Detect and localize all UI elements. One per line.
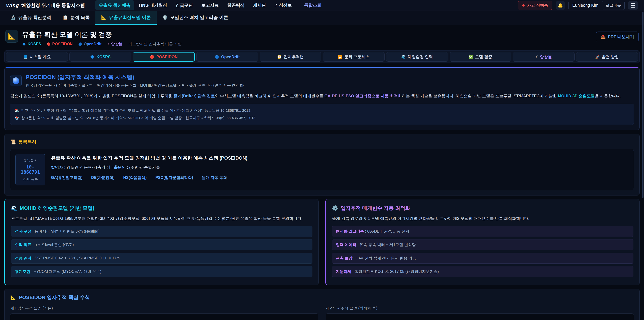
page-scrollbar[interactable] (642, 12, 644, 319)
books-icon: 📚 (15, 116, 19, 120)
badge-note: 라그랑지안 입자추적 이론 기반 (128, 42, 182, 47)
drifter-highlight: 뜰개(Drifter) 관측 경로 (174, 94, 215, 98)
algorithm-tag[interactable]: PSO(입자군집최적화) (155, 175, 193, 180)
patent-panel: 📜 등록특허 등록번호 10-1868791 2018 등록 유출유 확산 예측… (4, 134, 640, 195)
export-icon: 📤 (600, 34, 606, 39)
algorithm-tag[interactable]: GA(유전알고리즘) (51, 175, 82, 180)
wave-icon: 🌊 (11, 205, 17, 211)
formula-panel: 📐 POSEIDON 입자추적 핵심 수식 제1 입자추적 모델 (기본) Mo… (4, 289, 640, 320)
model-badge-label: 앙상블 (111, 42, 122, 47)
section-chip-icon: 🔴 (150, 55, 154, 59)
patent-reg-number: 10-1868791 (17, 164, 44, 175)
poseidon-subtitle: 한국환경연구원 · (주)아라종합기술 · 한국해양기상기술 공동개발 · MO… (26, 83, 244, 88)
patent-heading-label: 등록특허 (18, 139, 36, 145)
algorithm-tag[interactable]: DE(차분진화) (91, 175, 114, 180)
hamburger-menu-icon[interactable] (628, 1, 638, 10)
section-chip-label: 해양환경 입력 (408, 54, 433, 60)
sub-tab-bar: 🔬 유출유 확산분석 📋 분석 목록 📐 유출유확산모델 이론 🛡️ 오일펜스 … (0, 11, 644, 25)
main-menu: 유출유 확산예측 HNS·대기확산 긴급구난 보고자료 항공탐색 게시판 기상정… (95, 0, 518, 10)
section-chip-label: KOSPS (96, 55, 110, 59)
spec-row: 관측 보강 : UAV·선박 탑재 센서 동시 활용 가능 (332, 253, 634, 264)
section-chip-icon: 🚀 (595, 55, 600, 59)
page-title-block: 유출유 확산 모델 이론 및 검증 🔷 KOSPS 🔴 POSEIDON 🔵 (22, 30, 182, 47)
poseidon-head: POSEIDON (입자추적 최적화 예측 시스템) 한국환경연구원 · (주)… (10, 73, 634, 88)
section-chip-label: OpenDrift (221, 55, 240, 59)
app-brand: Wing 해양환경 위기대응 통합시스템 (6, 2, 85, 9)
section-chip[interactable]: 🌊 해양환경 입력 (386, 52, 448, 62)
formula-right-label: 제2 입자추적 모델 (최적화 후) (326, 305, 634, 311)
references-box: 📚 참고문헌 ① : 김도연·김용혁, "유출유 확산 예측을 위한 입자 추적… (10, 104, 634, 125)
user-name: Eunjeong Kim (572, 3, 598, 8)
tab-item[interactable]: 📐 유출유확산모델 이론 (96, 11, 157, 25)
gear-icon: ⚙️ (332, 205, 338, 211)
tab-label: 유출유 확산분석 (18, 15, 51, 21)
notifications-button[interactable]: 🔔 (556, 1, 565, 10)
poseidon-sphere-icon (12, 77, 19, 84)
spec-row-value: : HYCOM 재분석 (MYOCEAN 대비 우수) (30, 269, 101, 274)
spec-row: 지원과제 : 행정안전부 KCG-01-2017-05 (해양경비지원기술) (332, 266, 634, 277)
section-chip-label: 앙상블 (540, 54, 552, 60)
pdf-export-button[interactable]: 📤 PDF 내보내기 (596, 32, 639, 42)
reference-text: 참고문헌 ① : 김도연·김용혁, "유출유 확산 예측을 위한 입자 추적 모… (21, 108, 252, 113)
spec-row-value: : σ + Z-level 혼합 (GVC) (31, 242, 74, 247)
formula-panel-title: 📐 POSEIDON 입자추적 핵심 수식 (10, 294, 634, 301)
section-chip-label: 발전 방향 (602, 54, 619, 60)
menu-item[interactable]: 항공탐색 (224, 0, 248, 10)
bell-icon: 🔔 (558, 3, 563, 8)
tab-item[interactable]: 🔬 유출유 확산분석 (5, 11, 57, 25)
patent-reg-label: 등록번호 (17, 158, 44, 162)
spec-row-value: : UAV·선박 탑재 센서 동시 활용 가능 (352, 256, 416, 260)
section-chip[interactable]: 🔵 OpenDrift (196, 52, 258, 62)
scroll-icon: 📜 (10, 139, 16, 145)
tab-label: 오일펜스 배치 알고리즘 이론 (170, 15, 228, 21)
section-chip[interactable]: 🔴 POSEIDON (133, 52, 195, 62)
menu-item[interactable]: HNS·대기확산 (135, 0, 171, 10)
app-title: 해양환경 위기대응 통합시스템 (21, 2, 85, 9)
logout-button[interactable]: 로그아웃 (602, 1, 624, 10)
reference-text: 참고문헌 ② : 이재호·임병준·김도연 외, "2016년 동아시아 해역의 … (21, 115, 256, 121)
algorithm-tag[interactable]: HS(화음탐색) (123, 175, 146, 180)
section-chip[interactable]: ✅ 모델 검증 (450, 52, 511, 62)
user-divider (568, 2, 568, 9)
incident-status-badge[interactable]: 사고 진행중 (518, 1, 552, 10)
applicant-label: 출원인 (114, 165, 126, 169)
menu-item[interactable]: 기상정보 (271, 0, 296, 10)
menu-item[interactable]: 긴급구난 (172, 0, 196, 10)
patent-meta: 발명자 : 김도연·김용혁·김충기 외 | 출원인 : (주)아라종합기술 (51, 165, 247, 170)
menu-item[interactable]: 유출유 확산예측 (95, 0, 134, 10)
tab-item[interactable]: 🛡️ 오일펜스 배치 알고리즘 이론 (157, 11, 234, 25)
formula-left-label: 제1 입자추적 모델 (기본) (10, 305, 318, 311)
model-badge-icon: 🔷 (22, 42, 26, 46)
section-chip[interactable]: ⚡ 앙상블 (513, 52, 574, 62)
section-chip-icon: ✅ (468, 55, 473, 59)
model-badge-label: POSEIDON (52, 42, 72, 46)
algorithm-tag[interactable]: 뜰개 자동 동화 (202, 175, 227, 180)
model-badge-row: 🔷 KOSPS 🔴 POSEIDON 🔵 OpenDrift ⚡ (22, 42, 182, 47)
section-chip-icon: 🧭 (277, 55, 282, 59)
section-chip[interactable]: 🔁 풍화 프로세스 (323, 52, 384, 62)
incident-dot-icon (522, 4, 524, 7)
menu-item[interactable]: 게시판 (249, 0, 270, 10)
section-chip[interactable]: 🚀 발전 방향 (576, 52, 638, 62)
spec-row-label: 수직 좌표 (15, 242, 31, 247)
mohid-card-rows: 격자 구성 : 동아시아 9km + 한반도 3km (Nesting) 수직 … (11, 226, 312, 277)
page-content: 📐 유출유 확산 모델 이론 및 검증 🔷 KOSPS 🔴 POSEIDON (0, 25, 644, 320)
tab-item[interactable]: 📋 분석 목록 (57, 11, 96, 25)
tab-icon: 🔬 (10, 15, 16, 20)
page-title: 유출유 확산 모델 이론 및 검증 (22, 30, 182, 39)
formula-right-column: 제2 입자추적 모델 (최적화 후) Revised_x = a1·curren… (326, 305, 634, 320)
menu-item[interactable]: 통합조회 (299, 0, 325, 10)
menu-item[interactable]: 보고자료 (198, 0, 222, 10)
spec-row-label: 검증 결과 (15, 256, 31, 260)
section-chip[interactable]: 🔷 KOSPS (70, 52, 131, 62)
spec-row: 최적화 알고리즘 : GA·DE·HS·PSO 중 선택 (332, 226, 634, 237)
section-chip[interactable]: 📘 시스템 개요 (6, 52, 68, 62)
section-chip-icon: 🔷 (90, 55, 94, 59)
triangle-ruler-icon: 📐 (10, 294, 16, 300)
pdf-export-label: PDF 내보내기 (608, 34, 634, 40)
spec-row-value: : 유속·풍속 벡터 + 제1모델 변화량 (356, 242, 416, 247)
section-chip-icon: ⚡ (536, 55, 538, 59)
spec-row: 입력 데이터 : 유속·풍속 벡터 + 제1모델 변화량 (332, 239, 634, 250)
scrollbar-thumb[interactable] (642, 12, 644, 198)
section-chip[interactable]: 🧭 입자추적법 (260, 52, 321, 62)
